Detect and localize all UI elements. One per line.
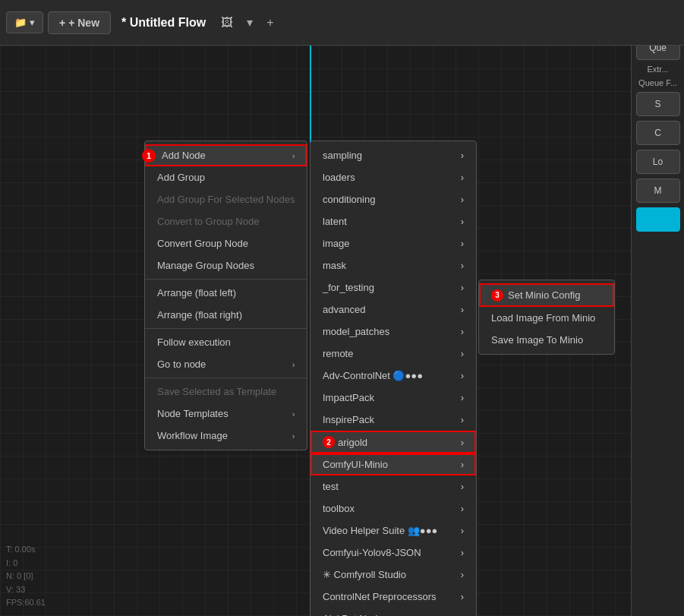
- save-template-label: Save Selected as Template: [157, 386, 276, 397]
- s-button[interactable]: S: [636, 92, 680, 116]
- minio-label-0: Set Minio Config: [508, 289, 580, 301]
- category-item-0[interactable]: sampling›: [310, 144, 476, 166]
- menu-arrange-right[interactable]: Arrange (float right): [145, 304, 307, 326]
- arrange-right-label: Arrange (float right): [157, 309, 242, 321]
- category-item-10[interactable]: Adv-ControlNet 🔵●●●›: [310, 365, 476, 387]
- m-label: M: [654, 185, 662, 196]
- menu-add-group[interactable]: Add Group: [145, 166, 307, 188]
- add-group-label: Add Group: [157, 172, 205, 183]
- category-item-9[interactable]: remote›: [310, 343, 476, 365]
- lo-button[interactable]: Lo: [636, 150, 680, 174]
- image-icon-button[interactable]: 🖼: [216, 13, 238, 33]
- categories-submenu: sampling›loaders›conditioning›latent›ima…: [310, 141, 477, 616]
- category-item-15[interactable]: test›: [310, 475, 476, 498]
- s-label: S: [654, 99, 660, 109]
- category-arrow-8: ›: [461, 326, 464, 337]
- category-label-13: arigold: [338, 437, 367, 448]
- c-button[interactable]: C: [636, 121, 680, 145]
- status-fps: FPS:60.61: [6, 596, 46, 610]
- badge-1: 1: [142, 149, 156, 163]
- m-button[interactable]: M: [636, 178, 680, 203]
- category-arrow-17: ›: [461, 525, 464, 536]
- category-arrow-3: ›: [461, 216, 464, 227]
- category-item-1[interactable]: loaders›: [310, 166, 476, 188]
- go-to-node-arrow: ›: [292, 360, 295, 369]
- workflow-image-label: Workflow Image: [157, 430, 228, 441]
- menu-workflow-image[interactable]: Workflow Image ›: [145, 425, 307, 447]
- menu-save-template: Save Selected as Template: [145, 381, 307, 403]
- folder-dropdown-icon: ▾: [30, 17, 35, 28]
- menu-add-node[interactable]: 1 Add Node ›: [145, 144, 307, 166]
- category-item-16[interactable]: toolbox›: [310, 498, 476, 520]
- category-arrow-10: ›: [461, 370, 464, 381]
- category-label-2: conditioning: [323, 194, 375, 205]
- arrange-left-label: Arrange (float left): [157, 287, 236, 299]
- category-item-7[interactable]: advanced›: [310, 299, 476, 321]
- category-item-13[interactable]: 2 arigold ›: [310, 431, 476, 453]
- status-i: I: 0: [6, 557, 46, 570]
- category-item-21[interactable]: AlekPet Nodes›: [310, 608, 476, 616]
- category-label-10: Adv-ControlNet 🔵●●●: [323, 370, 423, 381]
- menu-node-templates[interactable]: Node Templates ›: [145, 403, 307, 425]
- category-item-14[interactable]: ComfyUI-Minio›: [310, 453, 476, 475]
- category-arrow-14: ›: [461, 459, 464, 470]
- category-label-14: ComfyUI-Minio: [323, 459, 388, 470]
- folder-button[interactable]: 📁 ▾: [6, 11, 43, 33]
- category-item-19[interactable]: ✳ Comfyroll Studio›: [310, 564, 476, 586]
- menu-arrange-left[interactable]: Arrange (float left): [145, 282, 307, 304]
- menu-go-to-node[interactable]: Go to node ›: [145, 353, 307, 375]
- category-arrow-12: ›: [461, 414, 464, 425]
- category-label-1: loaders: [323, 172, 355, 183]
- category-item-2[interactable]: conditioning›: [310, 188, 476, 210]
- queue-front-label: Queue F...: [638, 78, 677, 87]
- badge-2: 2: [323, 436, 335, 448]
- menu-convert-group-node[interactable]: Convert Group Node: [145, 232, 307, 254]
- minio-item-1[interactable]: Load Image From Minio: [479, 307, 614, 329]
- badge-3: 3: [491, 289, 503, 302]
- status-n: N: 0 [0]: [6, 570, 46, 583]
- category-item-20[interactable]: ControlNet Preprocessors›: [310, 586, 476, 608]
- add-node-arrow: ›: [292, 151, 295, 160]
- cyan-button[interactable]: [636, 207, 680, 232]
- category-item-6[interactable]: _for_testing›: [310, 276, 476, 299]
- lo-label: Lo: [653, 156, 663, 167]
- category-arrow-1: ›: [461, 172, 464, 183]
- category-label-12: InspirePack: [323, 414, 374, 425]
- category-arrow-19: ›: [461, 569, 464, 580]
- category-arrow-4: ›: [461, 238, 464, 249]
- category-label-9: remote: [323, 348, 353, 359]
- dropdown-button[interactable]: ▾: [242, 12, 257, 33]
- minio-item-0[interactable]: 3 Set Minio Config: [479, 283, 614, 307]
- menu-convert-to-group: Convert to Group Node: [145, 210, 307, 232]
- tab-add-button[interactable]: +: [262, 13, 278, 33]
- category-arrow-5: ›: [461, 260, 464, 271]
- category-label-5: mask: [323, 260, 346, 271]
- category-item-5[interactable]: mask›: [310, 254, 476, 276]
- status-t: T: 0.00s: [6, 543, 46, 557]
- category-item-8[interactable]: model_patches›: [310, 321, 476, 343]
- category-arrow-7: ›: [461, 304, 464, 315]
- menu-add-group-selected: Add Group For Selected Nodes: [145, 188, 307, 210]
- menu-follow-execution[interactable]: Follow execution: [145, 331, 307, 353]
- category-item-17[interactable]: Video Helper Suite 👥●●●›: [310, 520, 476, 542]
- category-item-11[interactable]: ImpactPack›: [310, 387, 476, 409]
- category-label-11: ImpactPack: [323, 392, 374, 403]
- minio-item-2[interactable]: Save Image To Minio: [479, 329, 614, 351]
- category-arrow-15: ›: [461, 481, 464, 492]
- flow-title: * Untitled Flow: [115, 16, 212, 30]
- category-item-18[interactable]: Comfyui-Yolov8-JSON›: [310, 542, 476, 564]
- new-button[interactable]: + + New: [48, 11, 111, 34]
- minio-submenu: 3 Set Minio Config Load Image From Minio…: [478, 280, 615, 355]
- workflow-image-arrow: ›: [292, 431, 295, 441]
- category-label-3: latent: [323, 216, 347, 227]
- convert-group-node-label: Convert Group Node: [157, 238, 248, 249]
- menu-separator-2: [145, 328, 307, 329]
- category-item-3[interactable]: latent›: [310, 210, 476, 232]
- status-bar: T: 0.00s I: 0 N: 0 [0] V: 33 FPS:60.61: [6, 543, 46, 610]
- category-label-6: _for_testing: [323, 282, 374, 293]
- category-item-4[interactable]: image›: [310, 232, 476, 254]
- category-label-17: Video Helper Suite 👥●●●: [323, 525, 437, 536]
- context-menu: 1 Add Node › Add Group Add Group For Sel…: [144, 141, 307, 450]
- category-item-12[interactable]: InspirePack›: [310, 409, 476, 431]
- menu-manage-group-nodes[interactable]: Manage Group Nodes: [145, 254, 307, 276]
